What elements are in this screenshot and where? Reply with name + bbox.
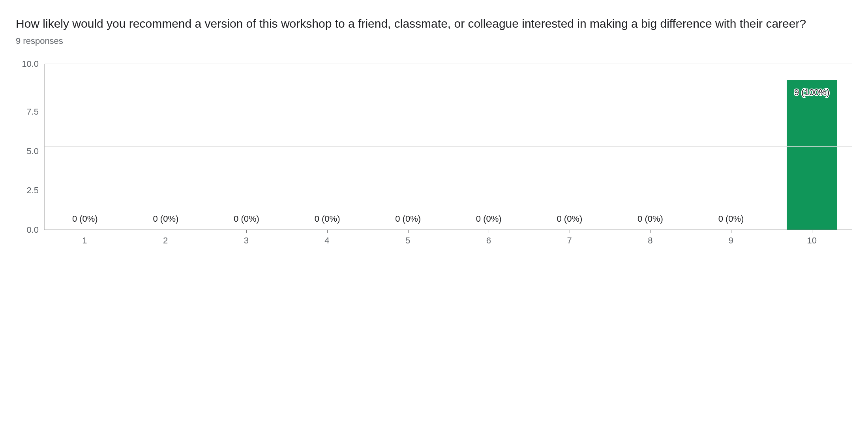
bar[interactable]: 9 (100%) xyxy=(787,80,837,229)
y-tick-label: 0.0 xyxy=(26,226,39,234)
bar-slot: 0 (0%) xyxy=(691,64,772,230)
bar-slot: 9 (100%) xyxy=(771,64,852,230)
x-tick xyxy=(570,230,570,233)
chart: 10.07.55.02.50.0 0 (0%)0 (0%)0 (0%)0 (0%… xyxy=(16,64,852,246)
x-tick xyxy=(489,230,489,233)
x-tick xyxy=(812,230,812,233)
bar-value-label: 0 (0%) xyxy=(153,214,178,224)
x-tick xyxy=(246,230,247,233)
y-tick-label: 5.0 xyxy=(26,147,39,156)
bar-value-label: 9 (100%) xyxy=(794,87,829,98)
y-axis: 10.07.55.02.50.0 xyxy=(16,64,44,246)
y-tick-label: 10.0 xyxy=(22,60,39,68)
bar-slot: 0 (0%) xyxy=(287,64,368,230)
bar-slot: 0 (0%) xyxy=(367,64,448,230)
bar-value-label: 0 (0%) xyxy=(718,214,744,224)
x-tick xyxy=(731,230,731,233)
bar-slot: 0 (0%) xyxy=(448,64,529,230)
y-tick-label: 2.5 xyxy=(26,186,39,195)
gridline xyxy=(45,188,852,188)
gridline xyxy=(45,64,852,64)
bar-value-label: 0 (0%) xyxy=(395,214,421,224)
bar-value-label: 0 (0%) xyxy=(476,214,502,224)
bar-slot: 0 (0%) xyxy=(126,64,206,230)
y-tick-label: 7.5 xyxy=(26,107,39,116)
bar-slot: 0 (0%) xyxy=(610,64,691,230)
bar-value-label: 0 (0%) xyxy=(72,214,98,224)
bar-value-label: 0 (0%) xyxy=(637,214,663,224)
x-tick xyxy=(327,230,328,233)
bars-layer: 0 (0%)0 (0%)0 (0%)0 (0%)0 (0%)0 (0%)0 (0… xyxy=(45,64,852,230)
x-tick xyxy=(166,230,166,233)
chart-card: How likely would you recommend a version… xyxy=(16,16,852,246)
bar-value-label: 0 (0%) xyxy=(234,214,259,224)
gridline xyxy=(45,146,852,147)
bar-value-label: 0 (0%) xyxy=(557,214,582,224)
response-count: 9 responses xyxy=(16,36,852,46)
x-tick xyxy=(408,230,409,233)
gridline xyxy=(45,105,852,105)
x-tick xyxy=(650,230,651,233)
x-tick xyxy=(85,230,85,233)
bar-value-label: 0 (0%) xyxy=(315,214,340,224)
bar-slot: 0 (0%) xyxy=(45,64,126,230)
bar-slot: 0 (0%) xyxy=(206,64,287,230)
plot-area: 0 (0%)0 (0%)0 (0%)0 (0%)0 (0%)0 (0%)0 (0… xyxy=(44,64,852,230)
bar-slot: 0 (0%) xyxy=(529,64,610,230)
chart-title: How likely would you recommend a version… xyxy=(16,16,852,32)
